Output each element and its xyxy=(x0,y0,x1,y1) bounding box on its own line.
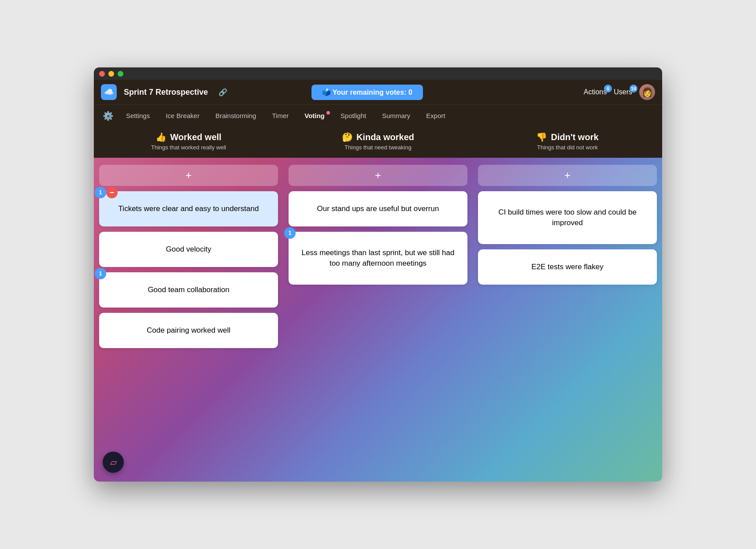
card-collaboration-text: Good team collaboration xyxy=(148,285,229,295)
votes-button[interactable]: 🗳️ Your remaining votes: 0 xyxy=(311,85,423,100)
card-collaboration[interactable]: 1 Good team collaboration xyxy=(99,272,278,308)
kinda-worked-title: Kinda worked xyxy=(356,132,414,142)
vote-badge-1: 1 xyxy=(95,187,106,198)
card-meetings-text: Less meetings than last sprint, but we s… xyxy=(296,248,460,269)
tab-timer[interactable]: Timer xyxy=(265,109,296,122)
close-button[interactable] xyxy=(99,71,105,77)
tab-voting[interactable]: Voting xyxy=(297,109,332,122)
card-ci-build[interactable]: CI build times were too slow and could b… xyxy=(478,191,657,244)
tab-summary[interactable]: Summary xyxy=(375,109,417,122)
card-standups[interactable]: Our stand ups are useful but overrun xyxy=(289,191,467,226)
didnt-work-title: Didn't work xyxy=(551,132,598,142)
settings-icon[interactable]: ⚙️ xyxy=(99,109,117,123)
card-pairing-text: Code pairing worked well xyxy=(147,325,230,336)
card-pairing[interactable]: Code pairing worked well xyxy=(99,313,278,348)
fab-button[interactable]: ▱ xyxy=(103,452,124,473)
tab-brainstorming[interactable]: Brainstorming xyxy=(208,109,263,122)
worked-well-emoji: 👍 xyxy=(156,132,167,142)
titlebar xyxy=(94,67,662,80)
didnt-work-emoji: 👎 xyxy=(536,132,547,142)
col-header-didnt-work: 👎 Didn't work Things that did not work xyxy=(473,126,662,158)
settings-label[interactable]: Settings xyxy=(119,109,157,122)
worked-well-title: Worked well xyxy=(170,132,221,142)
actions-badge: 6 xyxy=(604,85,612,93)
minimize-button[interactable] xyxy=(108,71,114,77)
add-card-worked-well[interactable]: + xyxy=(99,165,278,186)
voting-dot xyxy=(326,111,330,115)
actions-button[interactable]: Actions 6 xyxy=(584,88,607,96)
worked-well-subtitle: Things that worked really well xyxy=(97,144,280,151)
navbar: ⚙️ Settings Ice Breaker Brainstorming Ti… xyxy=(94,104,662,126)
maximize-button[interactable] xyxy=(118,71,123,77)
avatar[interactable]: 👩 xyxy=(639,84,655,100)
board-wrapper: 👍 Worked well Things that worked really … xyxy=(94,126,662,482)
tab-spotlight[interactable]: Spotlight xyxy=(334,109,373,122)
app-header: ☁️ Sprint 7 Retrospective 🔗 🗳️ Your rema… xyxy=(94,80,662,104)
app-title: Sprint 7 Retrospective xyxy=(124,88,208,97)
add-card-didnt-work[interactable]: + xyxy=(478,165,657,186)
card-ci-build-text: CI build times were too slow and could b… xyxy=(485,207,650,228)
header-right: Actions 6 Users 16 👩 xyxy=(584,84,655,100)
kinda-worked-subtitle: Things that need tweaking xyxy=(287,144,469,151)
tab-ice-breaker[interactable]: Ice Breaker xyxy=(159,109,207,122)
users-badge: 16 xyxy=(630,85,637,93)
tab-export[interactable]: Export xyxy=(419,109,452,122)
kinda-worked-emoji: 🤔 xyxy=(342,132,353,142)
card-tickets-text: Tickets were clear and easy to understan… xyxy=(119,204,259,214)
card-meetings[interactable]: 1 Less meetings than last sprint, but we… xyxy=(289,232,467,285)
col-kinda-worked: + Our stand ups are useful but overrun 1… xyxy=(283,158,473,482)
card-velocity[interactable]: Good velocity xyxy=(99,232,278,267)
add-card-kinda-worked[interactable]: + xyxy=(289,165,467,186)
card-standups-text: Our stand ups are useful but overrun xyxy=(317,204,439,214)
board: + 1 − Tickets were clear and easy to und… xyxy=(94,158,662,482)
users-button[interactable]: Users 16 xyxy=(614,88,632,96)
column-headers: 👍 Worked well Things that worked really … xyxy=(94,126,662,158)
card-tickets[interactable]: 1 − Tickets were clear and easy to under… xyxy=(99,191,278,226)
col-worked-well: + 1 − Tickets were clear and easy to und… xyxy=(94,158,283,482)
fab-icon: ▱ xyxy=(110,457,117,467)
col-header-kinda-worked: 🤔 Kinda worked Things that need tweaking xyxy=(283,126,473,158)
app-logo: ☁️ xyxy=(101,84,117,100)
app-window: ☁️ Sprint 7 Retrospective 🔗 🗳️ Your rema… xyxy=(94,67,662,482)
link-icon[interactable]: 🔗 xyxy=(219,88,227,96)
vote-badge-5: 1 xyxy=(284,227,296,239)
unvote-button-1[interactable]: − xyxy=(106,187,118,198)
didnt-work-subtitle: Things that did not work xyxy=(476,144,659,151)
vote-badge-3: 1 xyxy=(95,268,106,279)
col-header-worked-well: 👍 Worked well Things that worked really … xyxy=(94,126,283,158)
card-e2e[interactable]: E2E tests were flakey xyxy=(478,249,657,285)
card-velocity-text: Good velocity xyxy=(166,244,211,255)
card-e2e-text: E2E tests were flakey xyxy=(531,262,603,272)
col-didnt-work: + CI build times were too slow and could… xyxy=(473,158,662,482)
